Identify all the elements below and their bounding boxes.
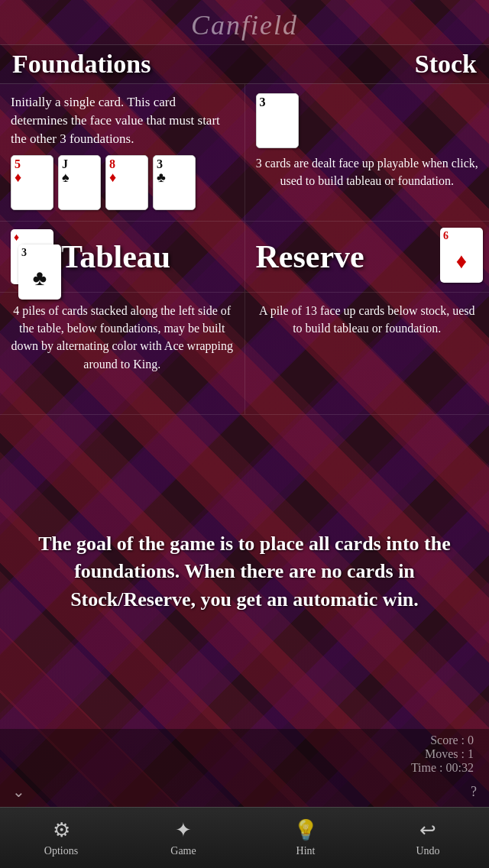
nav-hint-label: Hint — [296, 845, 316, 857]
tableau-description: 4 piles of cards stacked along the left … — [11, 302, 234, 373]
card-3-clubs: 3 ♣ — [153, 155, 196, 210]
top-info-row: Initially a single card. This card deter… — [0, 84, 489, 222]
nav-item-undo[interactable]: ↩ Undo — [367, 818, 489, 857]
reserve-description: A pile of 13 face up cards below stock, … — [256, 302, 479, 337]
game-title: Canfield — [0, 0, 489, 44]
card-5-diamonds: 5 ♦ — [11, 155, 53, 210]
tableau-description-area: 4 piles of cards stacked along the left … — [0, 293, 245, 414]
nav-options-label: Options — [44, 845, 78, 857]
goal-text: The goal of the game is to place all car… — [23, 530, 466, 614]
deco-card-clubs: 3 ♣ — [18, 245, 61, 300]
time-stat: Time : 00:32 — [411, 761, 474, 775]
nav-item-hint[interactable]: 💡 Hint — [244, 818, 367, 857]
chevron-down-icon[interactable]: ⌄ — [12, 782, 25, 801]
tableau-deco-diamond: ♦ ♦ 3 ♣ — [11, 229, 53, 284]
bottom-controls: ⌄ ? — [0, 779, 489, 807]
card-j-spades: J ♠ — [58, 155, 101, 210]
nav-item-game[interactable]: ✦ Game — [122, 818, 244, 857]
reserve-header-section: Reserve 6 ♦ — [245, 222, 490, 292]
game-icon: ✦ — [175, 818, 192, 842]
stock-header: Stock — [415, 45, 477, 83]
bottom-nav: ⚙ Options ✦ Game 💡 Hint ↩ Undo — [0, 807, 489, 868]
gear-icon: ⚙ — [53, 818, 70, 842]
nav-undo-label: Undo — [416, 845, 439, 857]
goal-section: The goal of the game is to place all car… — [0, 415, 489, 729]
foundations-cards: 5 ♦ J ♠ 8 ♦ 3 ♣ — [11, 155, 234, 210]
score-stat: Score : 0 — [430, 734, 474, 747]
foundations-header: Foundations — [12, 45, 151, 83]
help-icon[interactable]: ? — [471, 784, 477, 800]
foundations-description: Initially a single card. This card deter… — [11, 93, 234, 147]
stock-top-card: 3 — [256, 93, 299, 148]
reserve-deco-card: 6 ♦ — [440, 228, 483, 283]
undo-icon: ↩ — [419, 818, 436, 842]
card-8-diamonds: 8 ♦ — [105, 155, 148, 210]
hint-icon: 💡 — [293, 818, 318, 842]
nav-game-label: Game — [170, 845, 196, 857]
tableau-label: Tableau — [61, 238, 170, 275]
nav-item-options[interactable]: ⚙ Options — [0, 818, 122, 857]
tableau-header-section: ♦ ♦ 3 ♣ Tableau — [0, 222, 245, 292]
foundations-info: Initially a single card. This card deter… — [0, 84, 245, 221]
stock-description: 3 cards are dealt face up playable when … — [256, 154, 479, 189]
stock-cards-display: 3 — [256, 93, 299, 148]
stats-bar: Score : 0 Moves : 1 Time : 00:32 — [0, 729, 489, 779]
mid-headers: ♦ ♦ 3 ♣ Tableau Reserve 6 ♦ — [0, 222, 489, 293]
reserve-label: Reserve — [256, 238, 364, 275]
stock-info: 3 3 cards are dealt face up playable whe… — [245, 84, 490, 221]
section-headers-row: Foundations Stock — [0, 44, 489, 84]
bottom-info-row: 4 piles of cards stacked along the left … — [0, 293, 489, 415]
reserve-description-area: A pile of 13 face up cards below stock, … — [245, 293, 490, 414]
moves-stat: Moves : 1 — [425, 747, 474, 761]
